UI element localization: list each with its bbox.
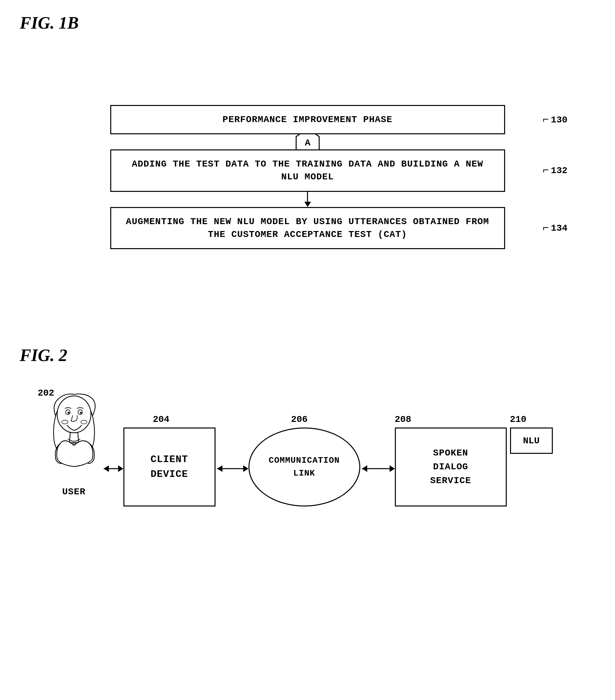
svg-marker-9 <box>362 465 367 472</box>
spoken-dialog-box: SPOKENDIALOGSERVICE <box>395 427 507 507</box>
ref-210: 210 <box>510 414 527 425</box>
ref-208: 208 <box>395 414 411 425</box>
fig2-section: FIG. 2 202 <box>20 346 595 694</box>
ref-132: ⌐ 132 <box>543 164 568 177</box>
comm-link-oval: COMMUNICATIONLINK <box>249 427 360 507</box>
fig1b-section: FIG. 1B FROM FIG.1A A <box>20 13 595 249</box>
svg-point-14 <box>67 412 70 414</box>
svg-marker-6 <box>217 465 223 472</box>
svg-point-11 <box>57 396 91 433</box>
svg-marker-4 <box>118 465 123 472</box>
svg-point-15 <box>80 412 81 414</box>
client-device-box: CLIENTDEVICE <box>123 427 215 507</box>
ref-130: ⌐ 130 <box>543 114 568 126</box>
fig2-title: FIG. 2 <box>20 346 595 365</box>
nlu-box: NLU <box>510 427 553 454</box>
box-132: ADDING THE TEST DATA TO THE TRAINING DAT… <box>110 149 505 191</box>
user-label: USER <box>38 487 110 497</box>
ref-204: 204 <box>153 414 170 425</box>
box-134: AUGMENTING THE NEW NLU MODEL BY USING UT… <box>110 207 505 249</box>
svg-text:A: A <box>305 138 310 148</box>
ref-134: ⌐ 134 <box>543 222 568 234</box>
svg-marker-10 <box>390 465 395 472</box>
ref-206: 206 <box>291 414 308 425</box>
user-figure: USER <box>38 391 110 497</box>
fig2-diagram: 202 <box>28 372 587 694</box>
fig1b-title: FIG. 1B <box>20 13 595 33</box>
svg-marker-7 <box>243 465 249 472</box>
box-130: PERFORMANCE IMPROVEMENT PHASE <box>110 105 505 134</box>
